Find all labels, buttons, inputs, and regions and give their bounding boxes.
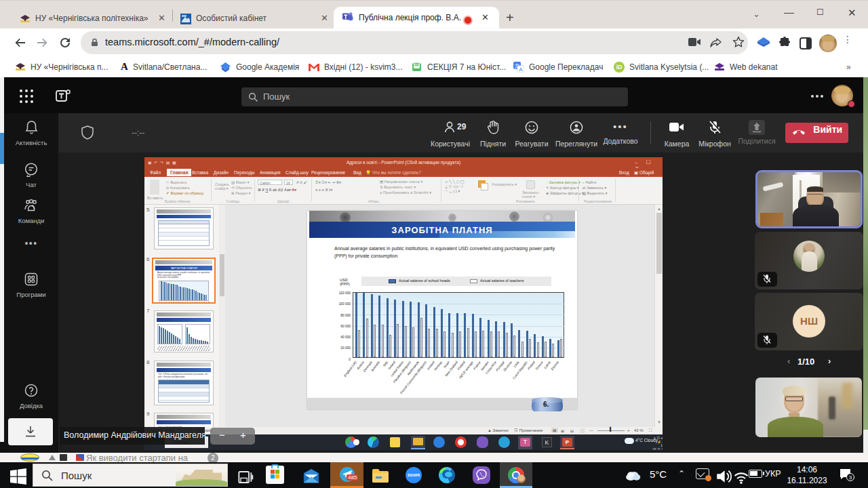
svg-text:A: A xyxy=(519,66,523,73)
